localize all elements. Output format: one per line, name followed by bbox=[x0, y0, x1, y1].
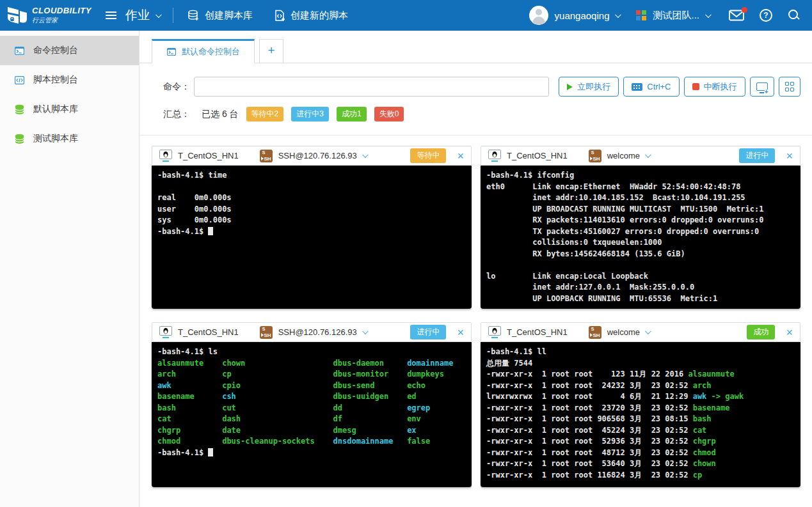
create-script-button[interactable]: 创建新的脚本 bbox=[275, 10, 348, 22]
chevron-down-icon[interactable] bbox=[645, 328, 651, 334]
sidebar-item-label: 默认脚本库 bbox=[33, 104, 78, 115]
waiting-count-badge: 等待中2 bbox=[246, 107, 284, 121]
ssh-session-icon bbox=[589, 326, 601, 339]
close-icon[interactable]: × bbox=[457, 150, 464, 162]
brand-name: CLOUDBILITY bbox=[32, 6, 92, 15]
terminal-output[interactable]: -bash-4.1$ ifconfigeth0 Link encap:Ether… bbox=[481, 166, 800, 309]
search-button[interactable] bbox=[788, 9, 800, 22]
summary-label: 汇总： bbox=[163, 109, 190, 120]
tab-bar: 默认命令控制台 + bbox=[139, 31, 812, 63]
hamburger-menu-icon[interactable] bbox=[106, 12, 116, 19]
keyboard-icon bbox=[632, 83, 642, 91]
help-button[interactable] bbox=[760, 9, 772, 22]
sidebar-item-label: 脚本控制台 bbox=[33, 74, 78, 86]
close-icon[interactable]: × bbox=[457, 327, 464, 338]
close-icon[interactable]: × bbox=[786, 150, 793, 162]
linux-host-icon bbox=[488, 150, 501, 162]
command-input[interactable] bbox=[194, 77, 549, 97]
run-now-label: 立即执行 bbox=[577, 81, 610, 93]
tab-default-command-console[interactable]: 默认命令控制台 bbox=[152, 39, 255, 63]
session-label[interactable]: welcome bbox=[607, 151, 640, 160]
sidebar-item-label: 测试脚本库 bbox=[33, 133, 78, 144]
add-tab-button[interactable]: + bbox=[259, 39, 283, 63]
chevron-down-icon[interactable] bbox=[362, 328, 369, 334]
run-now-button[interactable]: 立即执行 bbox=[559, 77, 619, 97]
terminal-output[interactable]: -bash-4.1$ ll总用量 7544-rwxr-xr-x 1 root r… bbox=[481, 342, 800, 487]
chevron-down-icon[interactable] bbox=[645, 152, 651, 158]
status-badge: 成功 bbox=[747, 325, 775, 339]
create-script-lib-label: 创建脚本库 bbox=[205, 10, 253, 22]
host-name: T_CentOS_HN1 bbox=[507, 327, 568, 337]
terminal-window-icon bbox=[166, 47, 177, 56]
sidebar-item-label: 命令控制台 bbox=[33, 45, 78, 56]
module-menu-label: 作业 bbox=[125, 7, 150, 24]
abort-label: 中断执行 bbox=[704, 81, 737, 93]
summary-row: 汇总： 已选 6 台 等待中2 进行中3 成功1 失败0 bbox=[163, 107, 800, 121]
add-console-button[interactable] bbox=[750, 77, 774, 97]
messages-button[interactable] bbox=[729, 10, 744, 21]
linux-host-icon bbox=[159, 326, 172, 338]
user-menu[interactable]: yuangaoqing bbox=[555, 10, 610, 21]
session-label[interactable]: welcome bbox=[607, 327, 640, 337]
ssh-session-icon bbox=[260, 150, 273, 162]
monitor-plus-icon bbox=[756, 82, 768, 91]
chevron-down-icon[interactable] bbox=[615, 12, 621, 18]
success-count-badge: 成功1 bbox=[337, 107, 367, 121]
chevron-down-icon[interactable] bbox=[705, 12, 712, 18]
ssh-session-icon bbox=[589, 150, 601, 162]
team-menu[interactable]: 测试团队... bbox=[653, 10, 699, 22]
team-squares-icon[interactable] bbox=[636, 10, 646, 20]
panel-header: T_CentOS_HN1 SSH@120.76.126.93 进行中 × bbox=[152, 322, 472, 342]
terminal-output[interactable]: -bash-4.1$ timereal 0m0.000suser 0m0.000… bbox=[152, 166, 472, 309]
notification-dot bbox=[742, 7, 747, 13]
terminal-output[interactable]: -bash-4.1$ lsalsaunmute chown dbus-daemo… bbox=[152, 342, 472, 487]
grid-layout-icon bbox=[785, 82, 795, 91]
command-row: 命令： 立即执行 Ctrl+C 中断执行 bbox=[163, 77, 800, 97]
sidebar-item-command-console[interactable]: 命令控制台 bbox=[0, 36, 139, 65]
sidebar-item-test-script-lib[interactable]: 测试脚本库 bbox=[0, 124, 139, 153]
create-script-lib-button[interactable]: 创建脚本库 bbox=[187, 10, 253, 22]
topbar: CLOUDBILITY 行云管家 作业 创建脚本库 创建新的脚本 bbox=[0, 0, 812, 31]
panel-header: T_CentOS_HN1 welcome 成功 × bbox=[481, 322, 800, 342]
session-label[interactable]: SSH@120.76.126.93 bbox=[278, 151, 357, 160]
tab-label: 默认命令控制台 bbox=[182, 46, 240, 58]
terminal-panel: T_CentOS_HN1 SSH@120.76.126.93 等待中 × -ba… bbox=[152, 146, 472, 309]
terminal-panel: T_CentOS_HN1 welcome 成功 × -bash-4.1$ ll总… bbox=[481, 322, 800, 487]
file-plus-icon bbox=[275, 10, 285, 22]
chevron-down-icon bbox=[155, 12, 162, 18]
failed-count-badge: 失败0 bbox=[374, 107, 404, 121]
user-avatar[interactable] bbox=[529, 6, 548, 25]
ctrl-c-label: Ctrl+C bbox=[647, 82, 671, 91]
terminal-panel: T_CentOS_HN1 welcome 进行中 × -bash-4.1$ if… bbox=[481, 146, 800, 309]
linux-host-icon bbox=[159, 150, 172, 162]
brand-subtitle: 行云管家 bbox=[32, 16, 92, 25]
module-menu[interactable]: 作业 bbox=[125, 7, 160, 24]
divider bbox=[139, 135, 812, 136]
running-count-badge: 进行中3 bbox=[291, 107, 329, 121]
app-logo[interactable]: CLOUDBILITY 行云管家 bbox=[6, 5, 92, 26]
close-icon[interactable]: × bbox=[786, 327, 793, 338]
chevron-down-icon[interactable] bbox=[362, 152, 369, 158]
sidebar-item-script-console[interactable]: 脚本控制台 bbox=[0, 65, 139, 95]
panel-header: T_CentOS_HN1 SSH@120.76.126.93 等待中 × bbox=[152, 146, 472, 166]
sidebar: 命令控制台 脚本控制台 默认脚本库 bbox=[0, 31, 139, 507]
host-name: T_CentOS_HN1 bbox=[178, 327, 239, 337]
status-badge: 进行中 bbox=[739, 148, 775, 163]
status-badge: 等待中 bbox=[410, 148, 446, 163]
host-name: T_CentOS_HN1 bbox=[507, 151, 568, 160]
script-window-icon bbox=[14, 75, 25, 85]
ctrl-c-button[interactable]: Ctrl+C bbox=[623, 77, 679, 97]
linux-host-icon bbox=[488, 326, 501, 338]
terminal-window-icon bbox=[14, 46, 25, 56]
session-label[interactable]: SSH@120.76.126.93 bbox=[278, 327, 357, 337]
selected-count: 已选 6 台 bbox=[202, 109, 239, 120]
panel-header: T_CentOS_HN1 welcome 进行中 × bbox=[481, 146, 800, 166]
database-icon bbox=[14, 104, 25, 114]
abort-button[interactable]: 中断执行 bbox=[684, 77, 745, 97]
sidebar-item-default-script-lib[interactable]: 默认脚本库 bbox=[0, 95, 139, 124]
layout-grid-button[interactable] bbox=[779, 77, 801, 97]
terminal-panel: T_CentOS_HN1 SSH@120.76.126.93 进行中 × -ba… bbox=[152, 322, 472, 487]
database-plus-icon bbox=[187, 10, 200, 22]
main-content: 默认命令控制台 + 命令： 立即执行 Ctrl+C 中断执行 汇总： 已选 6 … bbox=[139, 31, 812, 507]
stop-icon bbox=[692, 83, 699, 90]
